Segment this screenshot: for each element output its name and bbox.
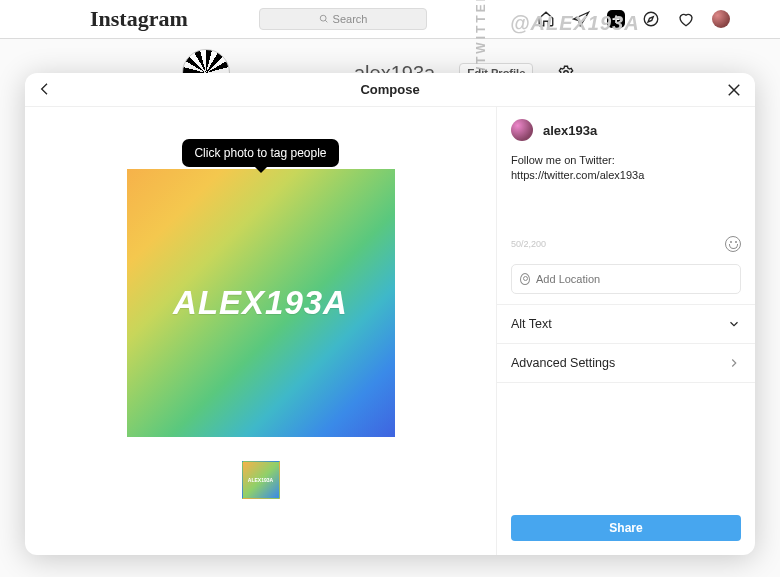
instagram-logo[interactable]: Instagram (90, 6, 188, 32)
svg-line-1 (325, 20, 327, 22)
back-button[interactable] (37, 81, 53, 97)
emoji-picker-icon[interactable] (725, 236, 741, 252)
chevron-down-icon (727, 317, 741, 331)
advanced-settings-label: Advanced Settings (511, 356, 615, 370)
search-input[interactable]: Search (259, 8, 427, 30)
home-icon[interactable] (537, 10, 555, 28)
profile-avatar-nav[interactable] (712, 10, 730, 28)
close-button[interactable] (725, 81, 743, 99)
messages-icon[interactable] (572, 10, 590, 28)
thumbnail-1[interactable]: ALEX193A (242, 461, 280, 499)
explore-icon[interactable] (642, 10, 660, 28)
alt-text-row[interactable]: Alt Text (497, 305, 755, 343)
compose-username: alex193a (543, 123, 597, 138)
compose-modal: Compose Click photo to tag people ALEX19… (25, 73, 755, 555)
tag-tooltip: Click photo to tag people (182, 139, 338, 167)
advanced-settings-row[interactable]: Advanced Settings (497, 344, 755, 382)
search-placeholder: Search (333, 13, 368, 25)
svg-point-2 (644, 12, 658, 26)
chevron-right-icon (727, 356, 741, 370)
alt-text-label: Alt Text (511, 317, 552, 331)
new-post-icon[interactable]: + (607, 10, 625, 28)
location-input[interactable] (536, 273, 732, 285)
post-image[interactable]: ALEX193A (127, 169, 395, 437)
location-pin-icon (520, 273, 530, 285)
search-icon (319, 14, 329, 24)
location-field[interactable] (511, 264, 741, 294)
compose-avatar (511, 119, 533, 141)
svg-point-0 (320, 15, 326, 21)
post-image-text: ALEX193A (173, 284, 348, 322)
caption-counter: 50/2,200 (511, 239, 546, 249)
share-button[interactable]: Share (511, 515, 741, 541)
caption-input[interactable] (511, 151, 741, 229)
activity-icon[interactable] (677, 10, 695, 28)
modal-title: Compose (360, 82, 419, 97)
